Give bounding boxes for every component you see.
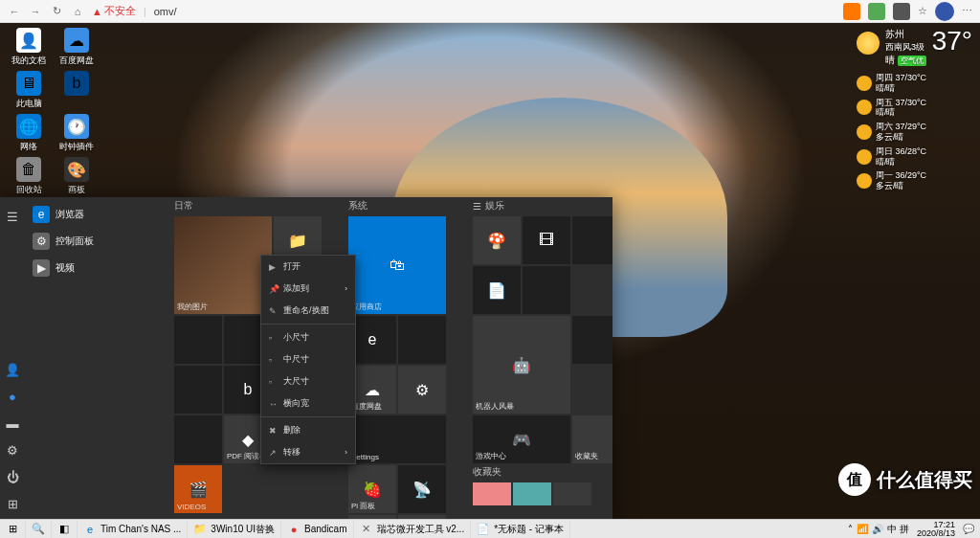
extension-icon[interactable]	[868, 3, 885, 20]
forecast-list: 周四 37/30°C晴/晴 周五 37/30°C晴/晴 周六 37/29°C多云…	[857, 73, 972, 191]
live-tile[interactable]: 📡	[398, 465, 446, 513]
context-menu-item[interactable]: ✖ 删除	[261, 419, 355, 441]
context-menu-item[interactable]: ✎ 重命名/换图	[261, 300, 355, 322]
live-tile[interactable]	[174, 415, 222, 463]
home-button[interactable]: ⌂	[71, 5, 84, 18]
notifications-icon[interactable]: 💬	[963, 524, 974, 534]
group-header[interactable]: 系统	[348, 197, 446, 216]
desktop-icon[interactable]: 🖥 此电脑	[5, 71, 53, 110]
live-tile[interactable]: Settings	[348, 415, 446, 463]
desktop-icon[interactable]: 🗑 回收站	[5, 157, 53, 196]
settings-icon[interactable]: ⚙	[0, 437, 25, 463]
power-icon[interactable]: ⏻	[0, 463, 25, 490]
taskbar-item[interactable]: ● Bandicam	[281, 520, 353, 539]
live-tile[interactable]	[523, 266, 570, 314]
app-icon: ☁	[64, 28, 89, 53]
taskbar-label: Bandicam	[304, 524, 346, 534]
desktop-icon[interactable]: 🎨 画板	[53, 157, 100, 196]
context-menu-item[interactable]: ▶ 打开	[261, 256, 355, 278]
context-menu-item[interactable]: ↗ 转移 ›	[261, 441, 355, 463]
pinned-item[interactable]: e 浏览器	[25, 201, 167, 228]
start-button[interactable]: ⊞	[0, 520, 26, 539]
fav-tile[interactable]	[553, 482, 591, 505]
task-view-button[interactable]: ◧	[52, 520, 78, 539]
refresh-button[interactable]: ↻	[50, 5, 63, 18]
fav-tile[interactable]	[513, 482, 551, 505]
context-menu-item[interactable]: 📌 添加到 ›	[261, 278, 355, 300]
forecast-day: 周四 37/30°C晴/晴	[857, 73, 972, 94]
fav-tile[interactable]	[473, 482, 511, 505]
address-bar[interactable]: omv/	[154, 6, 177, 17]
favorites-icon[interactable]: ☆	[918, 5, 927, 17]
taskbar-item[interactable]: e Tim Chan's NAS ...	[78, 520, 188, 539]
weather-widget[interactable]: 苏州 西南风3级 晴 空气优 37° 周四 37/30°C晴/晴 周五 37/3…	[857, 28, 972, 191]
app-icon: 🎨	[64, 157, 89, 182]
context-menu-item[interactable]: ↔ 横向宽	[261, 392, 355, 415]
pinned-label: 浏览器	[56, 208, 84, 221]
live-tile[interactable]: ⚙	[398, 366, 446, 414]
tray-chevron-icon[interactable]: ˄	[848, 524, 853, 534]
context-menu-item[interactable]: ▫ 大尺寸	[261, 370, 355, 392]
taskbar-item[interactable]: 📁 3Win10 UI替换	[188, 520, 281, 539]
back-button[interactable]: ←	[8, 5, 21, 18]
pinned-item[interactable]: ▶ 视频	[25, 255, 167, 281]
tile-icon: 📁	[288, 232, 307, 250]
account-icon[interactable]: ●	[0, 383, 25, 410]
taskbar-label: Tim Chan's NAS ...	[100, 524, 181, 534]
ime-indicator[interactable]: 中 拼	[887, 523, 909, 536]
watermark-text: 什么值得买	[877, 467, 972, 493]
app-icon: 🌐	[16, 114, 41, 139]
live-tile[interactable]: 🎞	[523, 216, 570, 264]
live-tile[interactable]	[174, 366, 222, 414]
group-header[interactable]: ☰ 娱乐	[473, 197, 612, 216]
live-tile[interactable]: 🎬 VIDEOS	[174, 465, 222, 513]
pinned-item[interactable]: ⚙ 控制面板	[25, 228, 167, 255]
live-tile[interactable]	[572, 316, 612, 364]
desktop-icon[interactable]: 🕐 时钟插件	[53, 114, 100, 153]
taskbar-item[interactable]: ✕ 瑞芯微开发工具 v2...	[354, 520, 472, 539]
profile-avatar[interactable]	[935, 2, 954, 21]
live-tile[interactable]	[572, 216, 612, 264]
pinned-label: 视频	[56, 261, 75, 275]
desktop-icon[interactable]: ☁ 百度网盘	[53, 28, 100, 67]
desktop-icon[interactable]: 👤 我的文档	[5, 28, 53, 67]
live-tile[interactable]	[174, 316, 222, 364]
taskbar-label: 瑞芯微开发工具 v2...	[377, 523, 465, 536]
group-header[interactable]: 日常	[174, 197, 322, 216]
favorites-header[interactable]: 收藏夹	[473, 463, 612, 482]
live-tile[interactable]: 🍄	[473, 216, 521, 264]
live-tile[interactable]: 收藏夹	[572, 415, 612, 463]
pictures-icon[interactable]: ▬	[0, 410, 25, 437]
app-icon: ▶	[33, 259, 50, 277]
live-tile[interactable]: 🤖 机器人风暴	[473, 316, 570, 414]
context-menu-item[interactable]: ▫ 小尺寸	[261, 326, 355, 348]
app-icon: ✕	[360, 523, 373, 536]
clock[interactable]: 17:21 2020/8/13	[913, 521, 959, 538]
browser-toolbar: ← → ↻ ⌂ ▲ 不安全 | omv/ ☆ ⋯	[0, 0, 980, 23]
app-icon: ●	[287, 523, 301, 536]
more-icon[interactable]: ⋯	[962, 5, 972, 17]
live-tile[interactable]: 🛍 应用商店	[348, 216, 446, 314]
extension-icon[interactable]	[843, 3, 860, 20]
context-menu: ▶ 打开 📌 添加到 › ✎ 重命名/换图 ▫ 小尺寸 ▫ 中尺寸 ▫ 大尺寸	[260, 255, 356, 464]
live-tile[interactable]: 我的图片	[174, 216, 272, 314]
volume-icon[interactable]: 🔊	[872, 524, 883, 534]
user-icon[interactable]: 👤	[0, 356, 25, 383]
live-tile[interactable]: 🎮 游戏中心	[473, 415, 570, 463]
menu-icon[interactable]: ☰	[0, 203, 25, 230]
live-tile[interactable]	[398, 316, 446, 364]
taskbar-item[interactable]: 📄 *无标题 - 记事本	[471, 520, 570, 539]
live-tile[interactable]: 📄	[473, 266, 521, 314]
live-tile[interactable]: 🍓 Pi 面板	[348, 465, 396, 513]
desktop-icon[interactable]: 🌐 网络	[5, 114, 53, 153]
context-menu-item[interactable]: ▫ 中尺寸	[261, 348, 355, 370]
extension-icon[interactable]	[893, 3, 910, 20]
forward-button[interactable]: →	[29, 5, 42, 18]
search-button[interactable]: 🔍	[26, 520, 52, 539]
desktop[interactable]: 👤 我的文档 ☁ 百度网盘 🖥 此电脑 b 🌐 网络 🕐 时钟插件 🗑 回收站 …	[0, 23, 980, 519]
network-icon[interactable]: 📶	[857, 524, 868, 534]
security-indicator[interactable]: ▲ 不安全	[92, 4, 136, 18]
desktop-icon[interactable]: b	[53, 71, 100, 110]
windows-icon[interactable]: ⊞	[0, 490, 25, 517]
app-icon: 🕐	[64, 114, 89, 139]
